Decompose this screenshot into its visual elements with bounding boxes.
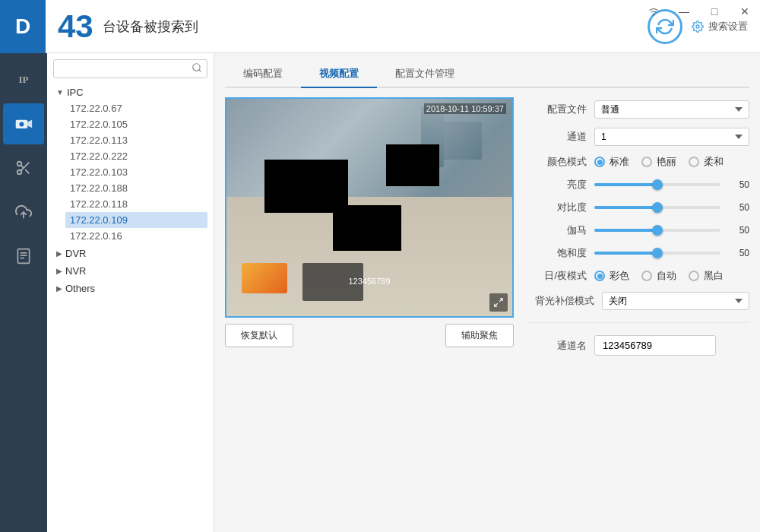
radio-bw-circle[interactable] [689, 271, 699, 281]
nvr-arrow: ▶ [56, 267, 62, 275]
tree-leaf-0[interactable]: 172.22.0.67 [65, 100, 207, 116]
camera-icon [14, 116, 33, 131]
daynight-options: 彩色 自动 黑白 [594, 269, 724, 283]
tree-leaf-3[interactable]: 172.22.0.222 [65, 148, 207, 164]
saturation-fill [594, 252, 657, 255]
radio-color-circle[interactable] [594, 271, 605, 281]
dvr-arrow: ▶ [56, 249, 62, 258]
tab-encode[interactable]: 编码配置 [225, 61, 301, 88]
tree-leaf-4[interactable]: 172.22.0.103 [65, 164, 207, 180]
upload-icon [15, 204, 32, 220]
video-timestamp: 2018-10-11 10:59:37 [424, 103, 506, 114]
nvr-label: NVR [65, 265, 86, 277]
others-arrow: ▶ [56, 284, 62, 293]
tab-video[interactable]: 视频配置 [301, 61, 377, 88]
video-preview: 2018-10-11 10:59:37 123456789 [225, 97, 514, 318]
brightness-slider-track[interactable] [594, 183, 720, 186]
logo-icon: D [15, 14, 30, 39]
radio-vivid-circle[interactable] [641, 157, 652, 167]
search-input[interactable] [59, 64, 192, 74]
tree-group-others-header[interactable]: ▶ Others [53, 280, 207, 296]
dvr-label: DVR [65, 248, 86, 259]
tree-leaf-5[interactable]: 172.22.0.188 [65, 180, 207, 196]
channel-name-row: 通道名 [526, 335, 749, 356]
wifi-indicator [638, 0, 669, 23]
radio-bw[interactable]: 黑白 [689, 269, 724, 283]
radio-auto[interactable]: 自动 [641, 269, 676, 283]
tab-content: 2018-10-11 10:59:37 123456789 恢复默认 辅助聚焦 [225, 97, 749, 524]
radio-standard[interactable]: 标准 [594, 155, 629, 169]
tree-leaf-8[interactable]: 172.22.0.16 [65, 228, 207, 244]
svg-point-4 [17, 162, 22, 166]
tree-leaf-2[interactable]: 172.22.0.113 [65, 132, 207, 148]
restore-button[interactable]: □ [699, 0, 730, 23]
svg-marker-2 [27, 120, 32, 128]
saturation-thumb[interactable] [652, 248, 663, 258]
color-mode-label: 颜色模式 [526, 155, 587, 169]
tree-leaf-7[interactable]: 172.22.0.109 [65, 212, 207, 228]
sidebar-item-upload[interactable] [3, 192, 44, 233]
saturation-slider-track[interactable] [594, 252, 720, 255]
close-button[interactable]: ✕ [730, 0, 760, 23]
svg-line-15 [199, 70, 201, 72]
tree-group-ipc-header[interactable]: ▼ IPC [53, 84, 207, 100]
sidebar: IP [0, 53, 47, 532]
contrast-value: 50 [728, 202, 749, 213]
tree-leaf-1[interactable]: 172.22.0.105 [65, 116, 207, 132]
tree-group-dvr-header[interactable]: ▶ DVR [53, 245, 207, 261]
radio-soft[interactable]: 柔和 [689, 155, 724, 169]
contrast-slider-track[interactable] [594, 206, 720, 209]
config-file-select[interactable]: 普通 [594, 100, 749, 119]
color-mode-row: 颜色模式 标准 艳丽 柔和 [526, 155, 749, 169]
topbar: D 43 台设备被搜索到 搜索设置 — □ ✕ [0, 0, 760, 53]
fullscreen-button[interactable] [489, 293, 508, 312]
gamma-slider-track[interactable] [594, 229, 720, 232]
privacy-mask-2 [333, 205, 401, 251]
brightness-fill [594, 183, 657, 186]
wifi-icon [648, 7, 660, 16]
tree-group-nvr-header[interactable]: ▶ NVR [53, 263, 207, 279]
channel-select[interactable]: 1 [594, 128, 749, 146]
radio-vivid[interactable]: 艳丽 [641, 155, 676, 169]
device-label: 台设备被搜索到 [103, 17, 198, 36]
focus-assist-button[interactable]: 辅助聚焦 [445, 324, 514, 347]
tree-leaf-6[interactable]: 172.22.0.118 [65, 196, 207, 212]
channel-name-input[interactable] [594, 335, 716, 356]
backlight-select[interactable]: 关闭 [602, 292, 749, 310]
radio-color[interactable]: 彩色 [594, 269, 629, 283]
channel-label: 通道 [526, 130, 587, 144]
tree-group-ipc: ▼ IPC 172.22.0.67 172.22.0.105 172.22.0.… [53, 84, 207, 244]
saturation-row: 饱和度 50 [526, 246, 749, 260]
contrast-thumb[interactable] [652, 202, 663, 213]
restore-default-button[interactable]: 恢复默认 [225, 324, 293, 347]
sidebar-item-camera[interactable] [3, 103, 44, 144]
channel-name-label: 通道名 [526, 339, 587, 353]
radio-standard-label: 标准 [610, 155, 629, 169]
brightness-thumb[interactable] [652, 179, 663, 190]
search-box [53, 59, 207, 78]
ipc-children: 172.22.0.67 172.22.0.105 172.22.0.113 17… [53, 100, 207, 244]
channel-row: 通道 1 [526, 128, 749, 146]
sidebar-item-file[interactable] [3, 236, 44, 277]
ipc-arrow: ▼ [56, 88, 64, 97]
color-mode-options: 标准 艳丽 柔和 [594, 155, 724, 169]
radio-auto-circle[interactable] [641, 271, 652, 281]
tab-config-file[interactable]: 配置文件管理 [377, 61, 473, 88]
sidebar-item-network[interactable]: IP [3, 59, 44, 100]
search-icon[interactable] [192, 62, 202, 75]
scissors-icon [15, 160, 32, 176]
minimize-button[interactable]: — [669, 0, 699, 23]
sidebar-item-tools[interactable] [3, 147, 44, 188]
config-file-label: 配置文件 [526, 103, 587, 116]
svg-point-0 [696, 25, 699, 28]
svg-line-8 [21, 165, 24, 168]
svg-line-7 [25, 169, 29, 173]
gamma-thumb[interactable] [652, 225, 663, 236]
radio-soft-circle[interactable] [689, 157, 699, 167]
svg-line-16 [499, 299, 502, 302]
daynight-mode-row: 日/夜模式 彩色 自动 黑白 [526, 269, 749, 283]
file-icon [16, 248, 31, 264]
radio-standard-circle[interactable] [594, 157, 605, 167]
settings-panel: 配置文件 普通 通道 1 颜色模式 [526, 97, 749, 524]
tree-group-nvr: ▶ NVR [53, 263, 207, 279]
